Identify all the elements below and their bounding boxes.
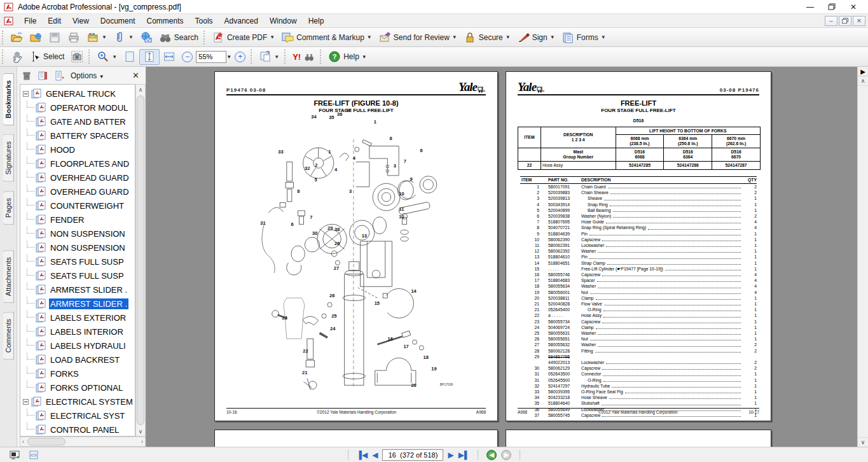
scrollbar-thumb[interactable] — [27, 438, 65, 445]
bookmark-item[interactable]: ELECTRICAL SYSTEM — [20, 395, 135, 409]
bookmark-item[interactable]: ARMREST SLIDER . — [20, 283, 135, 297]
menu-window[interactable]: Window — [264, 15, 303, 27]
doc-close-button[interactable]: ✕ — [853, 16, 865, 26]
scroll-left-icon[interactable]: ‹ — [20, 438, 26, 445]
menu-advanced[interactable]: Advanced — [219, 15, 264, 27]
single-page-mode-icon[interactable] — [28, 449, 39, 461]
bookmark-item[interactable]: LABELS HYDRAULI — [20, 339, 135, 353]
page-number-input[interactable] — [383, 449, 444, 461]
help-button[interactable]: ?Help▼ — [325, 49, 370, 65]
close-button[interactable]: ✕ — [843, 1, 864, 13]
next-view-button[interactable]: ▶ — [501, 450, 511, 460]
send-review-button[interactable]: Send for Review▼ — [375, 29, 460, 45]
create-pdf-button[interactable]: Create PDF▼ — [209, 29, 278, 45]
reading-mode-icon[interactable] — [9, 449, 20, 461]
bookmark-item[interactable]: OVERHEAD GUARD — [20, 171, 135, 185]
scroll-up-icon[interactable]: ∧ — [139, 85, 143, 94]
bookmark-item[interactable]: ELECTRICAL SYST — [20, 409, 135, 423]
bookmark-item[interactable]: LABELS EXTERIOR — [20, 311, 135, 325]
doc-restore-button[interactable] — [839, 16, 851, 26]
bookmark-item[interactable]: FORKS OPTIONAL — [20, 381, 135, 395]
sidebar-tab-attachments[interactable]: Attachments — [3, 250, 14, 303]
sidebar-tab-signatures[interactable]: Signatures — [3, 134, 14, 182]
collapse-pane-icon[interactable]: ▶ — [858, 67, 868, 76]
print-button[interactable] — [64, 29, 83, 45]
sign-button[interactable]: Sign▼ — [514, 29, 558, 45]
search-button[interactable]: Search — [156, 29, 202, 45]
sidebar-tab-pages[interactable]: Pages — [3, 191, 14, 225]
bookmark-item[interactable]: CONTROL PANEL — [20, 423, 135, 437]
comment-markup-button[interactable]: Comment & Markup▼ — [278, 29, 375, 45]
hand-tool-button[interactable] — [7, 49, 26, 65]
expand-current-bookmark-icon[interactable] — [38, 70, 49, 81]
forms-button[interactable]: Forms▼ — [558, 29, 609, 45]
bookmark-item[interactable]: HOOD — [20, 143, 135, 157]
restore-button[interactable] — [821, 1, 843, 13]
sidebar-tab-bookmarks[interactable]: Bookmarks — [3, 73, 14, 125]
scroll-down-icon[interactable]: ∨ — [139, 426, 143, 436]
actual-size-button[interactable] — [120, 49, 139, 65]
bookmark-item[interactable]: FENDER — [20, 213, 135, 227]
menu-file[interactable]: File — [18, 15, 42, 27]
attach-button[interactable]: ▼ — [110, 29, 137, 45]
document-scrollbar[interactable]: ▶ ∧ ∨ — [857, 67, 868, 447]
first-page-button[interactable]: ▐◀ — [357, 451, 368, 459]
bookmark-item[interactable]: LOAD BACKREST — [20, 353, 135, 367]
new-bookmark-icon[interactable] — [54, 70, 65, 81]
bookmarks-horizontal-scrollbar[interactable]: ‹ › — [20, 437, 146, 447]
menu-document[interactable]: Document — [95, 15, 141, 27]
bookmark-item[interactable]: SEATS FULL SUSP — [20, 255, 135, 269]
bookmark-item[interactable]: COUNTERWEIGHT — [20, 199, 135, 213]
menu-comments[interactable]: Comments — [141, 15, 189, 27]
bookmark-item[interactable]: NON SUSPENSION — [20, 227, 135, 241]
bookmark-item[interactable]: OVERHEAD GUARD — [20, 185, 135, 199]
fit-width-button[interactable] — [160, 49, 179, 65]
scroll-up-icon[interactable]: ∧ — [858, 76, 868, 86]
close-panel-button[interactable]: ✕ — [132, 71, 142, 80]
secure-button[interactable]: Secure▼ — [460, 29, 514, 45]
snapshot-tool-button[interactable] — [67, 49, 86, 65]
last-page-button[interactable]: ▶▌ — [458, 451, 470, 459]
bookmark-item[interactable]: ARMREST SLIDER . — [20, 297, 135, 311]
previous-view-button[interactable]: ◀ — [486, 450, 497, 460]
minimize-button[interactable]: — — [799, 1, 821, 13]
yahoo-search-button[interactable]: Y! — [289, 49, 318, 65]
bookmark-item[interactable]: LABELS INTERIOR — [20, 325, 135, 339]
zoom-in-button[interactable]: + — [231, 49, 249, 65]
bookmark-item[interactable]: OPERATOR MODUL — [20, 101, 135, 115]
bookmark-item[interactable]: BATTERY SPACERS — [20, 129, 135, 143]
bookmark-item[interactable]: FORKS — [20, 367, 135, 381]
bookmark-item[interactable]: FLOORPLATES AND — [20, 157, 135, 171]
sidebar-tab-comments[interactable]: Comments — [3, 312, 14, 360]
open-button[interactable] — [7, 29, 26, 45]
delete-bookmark-icon[interactable] — [21, 70, 32, 81]
collapse-toggle-icon[interactable] — [23, 91, 29, 97]
select-tool-button[interactable]: Select — [26, 49, 67, 65]
menu-view[interactable]: View — [67, 15, 95, 27]
scroll-down-icon[interactable]: ∨ — [858, 437, 868, 447]
next-page-button[interactable]: ▶ — [448, 451, 454, 459]
collapse-toggle-icon[interactable] — [23, 399, 29, 405]
menu-help[interactable]: Help — [303, 15, 330, 27]
email-button[interactable] — [137, 29, 156, 45]
bookmark-item[interactable]: SEATS FULL SUSP — [20, 269, 135, 283]
fit-page-button[interactable] — [139, 49, 160, 65]
menu-edit[interactable]: Edit — [42, 15, 67, 27]
previous-page-button[interactable]: ◀ — [372, 451, 378, 459]
bookmarks-vertical-scrollbar[interactable]: ∧ ∨ — [135, 84, 146, 437]
options-menu-button[interactable]: Options ▼ — [71, 71, 104, 80]
doc-minimize-button[interactable]: – — [825, 16, 837, 26]
page-display-button[interactable]: ▼ — [256, 49, 282, 65]
zoom-level-input[interactable] — [196, 51, 226, 63]
bookmark-item[interactable]: GATE AND BATTER — [20, 115, 135, 129]
bookmark-item[interactable]: NON SUSPENSION — [20, 241, 135, 255]
menu-tools[interactable]: Tools — [189, 15, 219, 27]
bookmark-item[interactable]: GENERAL TRUCK — [20, 87, 135, 101]
zoom-out-button[interactable]: − — [179, 49, 196, 65]
scrollbar-track[interactable] — [858, 86, 868, 437]
zoom-dropdown-caret[interactable]: ▼ — [226, 54, 231, 60]
scroll-right-icon[interactable]: › — [139, 438, 145, 445]
zoom-tool-button[interactable]: ▼ — [93, 49, 120, 65]
scrollbar-thumb[interactable] — [137, 95, 144, 425]
organizer-open-button[interactable] — [26, 29, 45, 45]
